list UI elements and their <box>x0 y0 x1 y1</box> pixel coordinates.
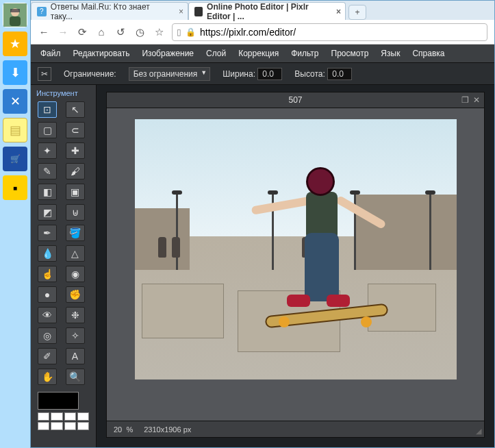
svg-rect-2 <box>10 16 21 26</box>
swatch[interactable] <box>77 422 89 430</box>
tool-burn-icon[interactable]: ✊ <box>66 286 85 303</box>
tool-paint-icon[interactable]: ▣ <box>66 184 85 200</box>
tool-sharpen-icon[interactable]: △ <box>66 245 85 262</box>
tool-wand-icon[interactable]: ✦ <box>38 142 57 159</box>
status-bar: 20 % 2310x1906 px ◢ <box>106 421 485 438</box>
tools-panel: Инструмент ⊡ ↖ ▢ ⊂ ✦ ✚ ✎ 🖌 ◧ ▣ ◩ ⊎ <box>31 85 97 447</box>
tool-pinch-icon[interactable]: ✧ <box>66 327 85 344</box>
swatch[interactable] <box>38 422 49 430</box>
reload-icon[interactable]: ⟳ <box>76 26 88 38</box>
dock-download-icon[interactable]: ⬇ <box>3 60 27 85</box>
height-input[interactable]: 0.0 <box>327 68 352 80</box>
menu-lang[interactable]: Язык <box>381 49 400 58</box>
os-dock: ★ ⬇ ✕ ▤ 🛒 ■ <box>0 0 30 448</box>
tool-bloat-icon[interactable]: ◎ <box>38 327 57 344</box>
menu-help[interactable]: Справка <box>412 49 444 58</box>
width-label: Ширина: <box>223 69 255 79</box>
tool-pencil-icon[interactable]: ✎ <box>38 163 57 179</box>
tool-move-icon[interactable]: ↖ <box>66 101 85 118</box>
menu-image[interactable]: Изображение <box>142 49 194 58</box>
swatch[interactable] <box>77 412 89 421</box>
tool-crop-icon[interactable]: ⊡ <box>38 101 57 118</box>
close-icon[interactable]: × <box>179 7 183 16</box>
constraint-label: Ограничение: <box>64 69 116 79</box>
tool-colorpick-icon[interactable]: ✐ <box>38 348 57 364</box>
width-input[interactable]: 0.0 <box>257 68 282 80</box>
close-icon[interactable]: × <box>336 7 341 16</box>
tool-fill-icon[interactable]: 🪣 <box>66 225 85 241</box>
lock-icon: 🔒 <box>186 27 196 37</box>
zoom-unit: % <box>126 425 133 434</box>
svg-rect-3 <box>10 9 20 12</box>
dock-favorites-icon[interactable]: ★ <box>3 32 27 56</box>
back-icon[interactable]: ← <box>38 26 50 38</box>
tool-lasso-icon[interactable]: ⊂ <box>66 122 85 138</box>
bookmark-icon[interactable]: ☆ <box>153 26 165 38</box>
color-swatches <box>38 392 89 430</box>
url-input[interactable] <box>200 27 483 38</box>
swatch[interactable] <box>51 422 62 430</box>
dock-notes-icon[interactable]: ▤ <box>3 118 27 142</box>
canvas-viewport[interactable] <box>106 108 485 421</box>
crop-icon[interactable]: ✂ <box>38 67 51 81</box>
menu-layer[interactable]: Слой <box>206 49 226 58</box>
zoom-value[interactable]: 20 <box>114 425 122 434</box>
clock-icon[interactable]: ◷ <box>134 26 146 38</box>
swatch[interactable] <box>51 412 62 421</box>
url-field[interactable]: ▯ 🔒 <box>172 23 487 41</box>
menu-edit[interactable]: Редактировать <box>73 49 130 58</box>
menu-adjust[interactable]: Коррекция <box>238 49 279 58</box>
options-bar: ✂ Ограничение: Без ограничения Ширина: 0… <box>31 63 494 85</box>
dock-avatar[interactable] <box>3 3 27 27</box>
resize-handle-icon[interactable]: ◢ <box>476 427 481 436</box>
dock-taxi-icon[interactable]: ■ <box>3 175 27 200</box>
home-icon[interactable]: ⌂ <box>95 26 107 38</box>
tool-dodge-icon[interactable]: ● <box>38 286 57 303</box>
tool-crosshair-icon[interactable]: ✚ <box>66 142 85 159</box>
shield-icon: ▯ <box>177 27 181 37</box>
menu-bar: Файл Редактировать Изображение Слой Корр… <box>31 45 494 63</box>
tool-type-icon[interactable]: A <box>66 348 85 364</box>
dock-market-icon[interactable]: 🛒 <box>3 147 27 171</box>
tool-blur-icon[interactable]: 💧 <box>38 245 57 262</box>
document-titlebar[interactable]: 507 ❐ ✕ <box>106 92 485 108</box>
menu-view[interactable]: Просмотр <box>331 49 369 58</box>
dock-tools-icon[interactable]: ✕ <box>3 89 27 114</box>
menu-file[interactable]: Файл <box>40 49 61 58</box>
window-restore-icon[interactable]: ❐ <box>461 95 469 105</box>
tool-stamp-icon[interactable]: ⊎ <box>66 204 85 221</box>
address-bar: ← → ⟳ ⌂ ↺ ◷ ☆ ▯ 🔒 <box>31 20 494 45</box>
edited-image[interactable] <box>135 119 457 379</box>
browser-tabs: ? Ответы Mail.Ru: Кто знает таку... × On… <box>31 1 494 20</box>
swatch[interactable] <box>64 412 76 421</box>
tab-label: Online Photo Editor | Pixlr Editor | ... <box>207 2 329 21</box>
tool-ink-icon[interactable]: ✒ <box>38 225 57 241</box>
tab-mailru[interactable]: ? Ответы Mail.Ru: Кто знает таку... × <box>31 2 188 20</box>
document-title: 507 <box>288 95 302 105</box>
foreground-color[interactable] <box>38 392 79 410</box>
swatch[interactable] <box>38 412 49 421</box>
tool-sponge-icon[interactable]: ◉ <box>66 266 85 282</box>
tool-zoom-icon[interactable]: 🔍 <box>66 369 85 385</box>
history-icon[interactable]: ↺ <box>114 26 127 38</box>
tool-brush-icon[interactable]: 🖌 <box>66 163 85 179</box>
menu-filter[interactable]: Фильтр <box>291 49 318 58</box>
constraint-select[interactable]: Без ограничения <box>129 67 211 81</box>
tools-title: Инструмент <box>34 88 93 101</box>
swatch[interactable] <box>64 422 76 430</box>
window-close-icon[interactable]: ✕ <box>473 95 480 105</box>
tab-pixlr[interactable]: Online Photo Editor | Pixlr Editor | ...… <box>188 2 346 20</box>
tool-hand-icon[interactable]: ✋ <box>38 369 57 385</box>
image-dimensions: 2310x1906 px <box>144 425 191 434</box>
canvas-area: 507 ❐ ✕ <box>97 85 494 447</box>
forward-icon: → <box>57 26 69 38</box>
tool-spot-icon[interactable]: ❉ <box>66 307 85 323</box>
height-label: Высота: <box>294 69 325 79</box>
new-tab-button[interactable]: + <box>348 5 366 20</box>
tool-eraser-icon[interactable]: ◧ <box>38 184 57 200</box>
tool-smudge-icon[interactable]: ☝ <box>38 266 57 282</box>
tool-redeye-icon[interactable]: 👁 <box>38 307 57 323</box>
tool-gradient-icon[interactable]: ◩ <box>38 204 57 221</box>
pixlr-app: Файл Редактировать Изображение Слой Корр… <box>31 45 494 447</box>
tool-marquee-icon[interactable]: ▢ <box>38 122 57 138</box>
